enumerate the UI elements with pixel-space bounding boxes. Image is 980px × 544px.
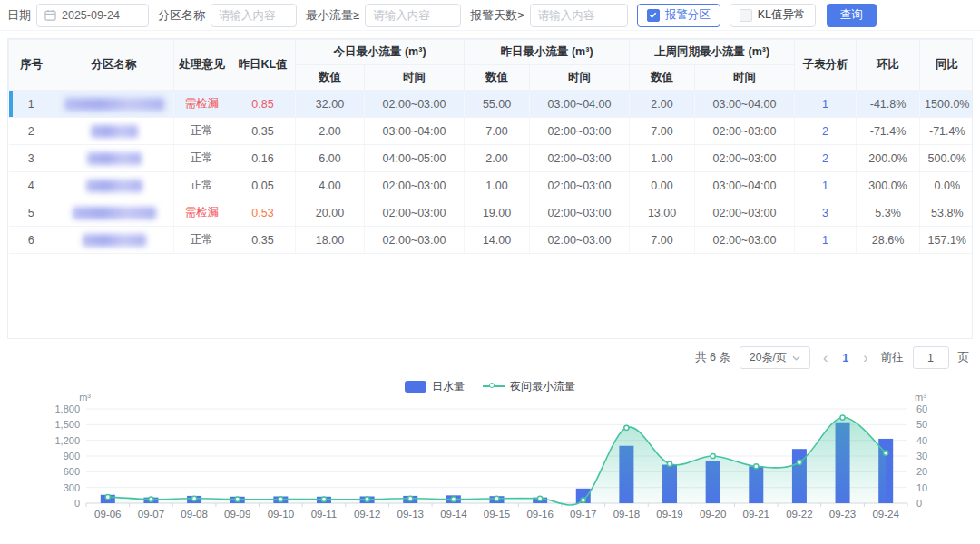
partition-name-label: 分区名称 <box>158 7 205 24</box>
kl-value-cell: 0.35 <box>230 227 296 254</box>
today-min-flow-time: 04:00~05:00 <box>365 145 465 172</box>
total-count: 共 6 条 <box>695 350 730 365</box>
col-partition-name: 分区名称 <box>54 40 174 91</box>
yoy-cell: 157.1% <box>920 227 973 254</box>
yesterday-min-flow-time: 02:00~03:00 <box>530 145 630 172</box>
yesterday-min-flow-value: 7.00 <box>465 118 530 145</box>
col-opinion: 处理意见 <box>174 40 230 91</box>
col-mom: 环比 <box>857 40 920 91</box>
svg-text:1,800: 1,800 <box>54 403 80 414</box>
svg-text:0: 0 <box>74 498 80 509</box>
table-row[interactable]: 4正常0.054.0002:00~03:001.0002:00~03:000.0… <box>9 172 974 199</box>
today-min-flow-value: 6.00 <box>296 145 365 172</box>
goto-label: 前往 <box>881 350 904 365</box>
col-today-value: 数值 <box>296 65 365 91</box>
line-series-swatch <box>483 385 505 387</box>
partition-name-cell <box>54 227 174 254</box>
legend-daily-water[interactable]: 日水量 <box>405 379 465 394</box>
lastweek-min-flow-time: 02:00~03:00 <box>695 227 795 254</box>
table-row[interactable]: 6正常0.3518.0002:00~03:0014.0002:00~03:007… <box>9 227 974 254</box>
today-min-flow-time: 02:00~03:00 <box>365 199 465 227</box>
table-row[interactable]: 5需检漏0.5320.0002:00~03:0019.0002:00~03:00… <box>9 199 974 227</box>
col-yesterday-value: 数值 <box>465 65 530 91</box>
alarm-partition-label: 报警分区 <box>665 7 710 23</box>
col-group-today-min-flow: 今日最小流量 (m³) <box>296 40 465 65</box>
date-picker[interactable]: 2025-09-24 <box>36 4 149 27</box>
opinion-cell: 正常 <box>174 145 230 172</box>
row-index: 3 <box>9 145 54 172</box>
mom-cell: -71.4% <box>857 118 920 145</box>
today-min-flow-time: 02:00~03:00 <box>365 227 465 254</box>
today-min-flow-value: 20.00 <box>296 199 365 227</box>
today-min-flow-time: 02:00~03:00 <box>365 91 465 118</box>
col-subtable: 子表分析 <box>795 40 857 91</box>
next-page-button[interactable]: › <box>859 351 871 365</box>
mom-cell: 5.3% <box>857 199 920 227</box>
page-size-select[interactable]: 20条/页 <box>740 346 810 369</box>
subtable-analysis-link[interactable]: 1 <box>795 227 857 254</box>
subtable-analysis-link[interactable]: 2 <box>795 118 857 145</box>
yesterday-min-flow-value: 14.00 <box>465 227 530 254</box>
mom-cell: 300.0% <box>857 172 920 199</box>
redacted-partition-name <box>86 180 142 192</box>
table-row[interactable]: 2正常0.352.0003:00~04:007.0002:00~03:007.0… <box>9 118 974 145</box>
kl-abnormal-checkbox[interactable]: KL值异常 <box>730 4 816 27</box>
mom-cell: 200.0% <box>857 145 920 172</box>
min-flow-label: 最小流量≥ <box>306 7 359 24</box>
yesterday-min-flow-value: 1.00 <box>465 172 530 199</box>
legend-daily-water-label: 日水量 <box>432 379 465 394</box>
yoy-cell: 500.0% <box>920 145 973 172</box>
svg-text:40: 40 <box>916 435 927 446</box>
chevron-down-icon <box>792 355 800 361</box>
min-flow-input[interactable] <box>365 4 461 27</box>
bar-series-swatch <box>405 381 426 393</box>
yoy-cell: 53.8% <box>920 199 973 227</box>
page-unit-label: 页 <box>958 350 970 365</box>
lastweek-min-flow-time: 02:00~03:00 <box>695 145 795 172</box>
chart-legend: 日水量 夜间最小流量 <box>0 378 980 394</box>
subtable-analysis-link[interactable]: 1 <box>795 172 857 199</box>
prev-page-button[interactable]: ‹ <box>819 351 831 365</box>
today-min-flow-value: 4.00 <box>296 172 365 199</box>
col-today-time: 时间 <box>365 65 465 91</box>
svg-text:09-16: 09-16 <box>526 509 553 520</box>
svg-text:60: 60 <box>916 403 927 414</box>
svg-text:09-07: 09-07 <box>138 509 164 520</box>
table-row[interactable]: 1需检漏0.8532.0002:00~03:0055.0003:00~04:00… <box>9 91 974 118</box>
query-button[interactable]: 查询 <box>827 4 877 27</box>
legend-night-min-flow[interactable]: 夜间最小流量 <box>483 379 575 394</box>
lastweek-min-flow-value: 2.00 <box>630 91 695 118</box>
current-page[interactable]: 1 <box>840 352 850 364</box>
col-yesterday-time: 时间 <box>530 65 630 91</box>
yesterday-min-flow-value: 2.00 <box>465 145 530 172</box>
goto-page-input[interactable] <box>913 346 949 369</box>
alarm-partition-checkbox[interactable]: 报警分区 <box>637 4 720 27</box>
subtable-analysis-link[interactable]: 1 <box>795 91 857 118</box>
partition-name-input[interactable] <box>211 4 297 27</box>
mom-cell: -41.8% <box>857 91 920 118</box>
lastweek-min-flow-value: 0.00 <box>630 172 695 199</box>
opinion-cell: 正常 <box>174 227 230 254</box>
lastweek-min-flow-value: 7.00 <box>630 227 695 254</box>
partition-name-cell <box>54 199 174 227</box>
subtable-analysis-link[interactable]: 2 <box>795 145 857 172</box>
redacted-partition-name <box>83 234 146 247</box>
svg-text:09-09: 09-09 <box>224 509 250 520</box>
svg-text:09-23: 09-23 <box>829 509 856 520</box>
svg-text:09-21: 09-21 <box>743 509 769 520</box>
col-yoy: 同比 <box>920 40 973 91</box>
svg-text:09-15: 09-15 <box>484 509 510 520</box>
subtable-analysis-link[interactable]: 3 <box>795 199 857 227</box>
today-min-flow-value: 18.00 <box>296 227 365 254</box>
alarm-days-input[interactable] <box>530 4 628 27</box>
col-group-lastweek-min-flow: 上周同期最小流量 (m³) <box>630 40 795 65</box>
unchecked-checkbox-icon <box>740 9 752 22</box>
kl-value-cell: 0.16 <box>230 145 296 172</box>
table-row[interactable]: 3正常0.166.0004:00~05:002.0002:00~03:001.0… <box>9 145 974 172</box>
redacted-partition-name <box>73 207 156 219</box>
lastweek-min-flow-time: 03:00~04:00 <box>695 172 795 199</box>
svg-text:300: 300 <box>64 482 80 493</box>
svg-text:30: 30 <box>916 451 927 461</box>
svg-text:09-22: 09-22 <box>786 509 812 520</box>
row-index: 5 <box>9 199 54 227</box>
